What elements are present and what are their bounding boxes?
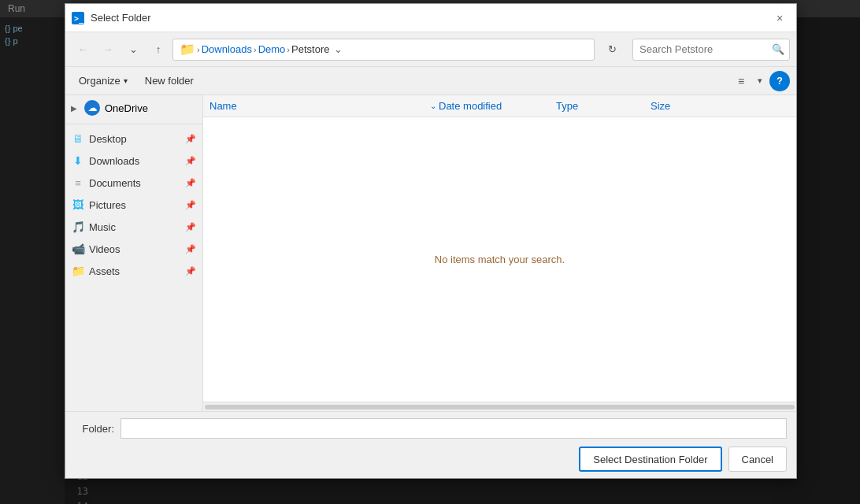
help-button[interactable]: ? xyxy=(769,71,790,91)
back-button[interactable]: ← xyxy=(72,39,94,61)
view-list-button[interactable]: ≡ xyxy=(730,70,752,92)
dialog-title: Select Folder xyxy=(91,12,769,24)
dialog-bottom: Folder: Select Destination Folder Cancel xyxy=(65,411,796,478)
folder-label: Folder: xyxy=(75,423,114,435)
cancel-button[interactable]: Cancel xyxy=(728,447,787,472)
documents-icon: ≡ xyxy=(72,176,84,189)
breadcrumb-sep-3: › xyxy=(287,45,290,54)
empty-message: No items match your search. xyxy=(435,254,565,265)
sidebar-separator-1 xyxy=(65,124,202,124)
organize-chevron-icon: ▾ xyxy=(124,76,128,85)
documents-pin-icon: 📌 xyxy=(185,178,196,188)
sidebar-videos-label: Videos xyxy=(89,243,180,255)
close-button[interactable]: × xyxy=(769,8,790,28)
sidebar-item-documents[interactable]: ≡ Documents 📌 xyxy=(65,172,202,194)
music-icon: 🎵 xyxy=(72,220,84,233)
refresh-button[interactable]: ↻ xyxy=(601,39,623,61)
onedrive-expand-icon: ▶ xyxy=(69,102,80,113)
sidebar-assets-label: Assets xyxy=(89,265,180,277)
sidebar-item-desktop[interactable]: 🖥 Desktop 📌 xyxy=(65,128,202,150)
breadcrumb-sep-2: › xyxy=(254,45,257,54)
sort-down-icon: ⌄ xyxy=(430,102,436,110)
sidebar-pictures-label: Pictures xyxy=(89,199,180,211)
breadcrumb-demo[interactable]: Demo xyxy=(258,43,286,55)
breadcrumb-downloads[interactable]: Downloads xyxy=(202,43,252,55)
desktop-icon: 🖥 xyxy=(72,132,84,145)
breadcrumb-dropdown[interactable]: ⌄ xyxy=(334,43,343,55)
file-list-area: Name ⌄ Date modified Type Size No items … xyxy=(203,95,796,411)
dialog-navbar: ← → ⌄ ↑ 📁 › Downloads › Demo › Petstore … xyxy=(65,32,796,67)
select-destination-button[interactable]: Select Destination Folder xyxy=(579,447,721,472)
folder-input[interactable] xyxy=(120,418,787,439)
search-input[interactable] xyxy=(639,43,772,55)
sidebar-documents-label: Documents xyxy=(89,177,180,189)
sidebar-item-downloads[interactable]: ⬇ Downloads 📌 xyxy=(65,150,202,172)
vscode-icon: >_ xyxy=(72,12,84,24)
downloads-icon: ⬇ xyxy=(72,154,84,167)
search-box: 🔍 xyxy=(632,39,790,61)
recent-locations-button[interactable]: ⌄ xyxy=(122,39,144,61)
scrollbar-track[interactable] xyxy=(205,405,795,410)
pictures-pin-icon: 📌 xyxy=(185,200,196,210)
breadcrumb-sep-1: › xyxy=(197,45,200,54)
breadcrumb-petstore: Petstore xyxy=(291,43,329,55)
downloads-pin-icon: 📌 xyxy=(185,156,196,166)
col-header-type[interactable]: Type xyxy=(556,100,651,112)
view-dropdown-button[interactable]: ▾ xyxy=(754,70,766,92)
organize-button[interactable]: Organize ▾ xyxy=(72,72,135,91)
dialog-titlebar: >_ Select Folder × xyxy=(65,4,796,32)
file-list-header: Name ⌄ Date modified Type Size xyxy=(203,95,796,117)
new-folder-button[interactable]: New folder xyxy=(138,72,201,91)
col-header-date[interactable]: ⌄ Date modified xyxy=(430,100,556,112)
forward-button[interactable]: → xyxy=(97,39,119,61)
desktop-pin-icon: 📌 xyxy=(185,134,196,144)
up-button[interactable]: ↑ xyxy=(147,39,169,61)
search-icon: 🔍 xyxy=(772,43,784,55)
sidebar-item-videos[interactable]: 📹 Videos 📌 xyxy=(65,238,202,260)
view-options: ≡ ▾ xyxy=(730,70,766,92)
dialog-toolbar: Organize ▾ New folder ≡ ▾ ? xyxy=(65,67,796,95)
folder-icon: 📁 xyxy=(180,42,195,57)
folder-row: Folder: xyxy=(75,418,787,439)
onedrive-icon: ☁ xyxy=(84,100,100,116)
dialog-sidebar: ▶ ☁ OneDrive 🖥 Desktop 📌 ⬇ Downloads 📌 xyxy=(65,95,203,411)
button-row: Select Destination Folder Cancel xyxy=(75,447,787,472)
dialog-content: ▶ ☁ OneDrive 🖥 Desktop 📌 ⬇ Downloads 📌 xyxy=(65,95,796,411)
select-folder-dialog: >_ Select Folder × ← → ⌄ ↑ 📁 › Downloads… xyxy=(65,3,797,479)
videos-pin-icon: 📌 xyxy=(185,244,196,254)
videos-icon: 📹 xyxy=(72,243,84,255)
onedrive-label: OneDrive xyxy=(105,102,148,114)
pictures-icon: 🖼 xyxy=(72,198,84,211)
sidebar-item-assets[interactable]: 📁 Assets 📌 xyxy=(65,260,202,282)
breadcrumb-bar: 📁 › Downloads › Demo › Petstore ⌄ xyxy=(172,39,595,61)
horizontal-scrollbar[interactable] xyxy=(203,402,796,411)
assets-pin-icon: 📌 xyxy=(185,266,196,276)
file-list-content: No items match your search. xyxy=(203,117,796,402)
sidebar-item-pictures[interactable]: 🖼 Pictures 📌 xyxy=(65,194,202,216)
sidebar-item-onedrive[interactable]: ▶ ☁ OneDrive xyxy=(65,95,202,120)
svg-text:>_: >_ xyxy=(74,14,84,24)
col-header-name[interactable]: Name xyxy=(209,100,430,112)
sidebar-item-music[interactable]: 🎵 Music 📌 xyxy=(65,216,202,238)
assets-icon: 📁 xyxy=(72,265,84,277)
col-header-size[interactable]: Size xyxy=(651,100,714,112)
sidebar-desktop-label: Desktop xyxy=(89,133,180,145)
sidebar-music-label: Music xyxy=(89,221,180,233)
music-pin-icon: 📌 xyxy=(185,222,196,232)
sidebar-downloads-label: Downloads xyxy=(89,155,180,167)
